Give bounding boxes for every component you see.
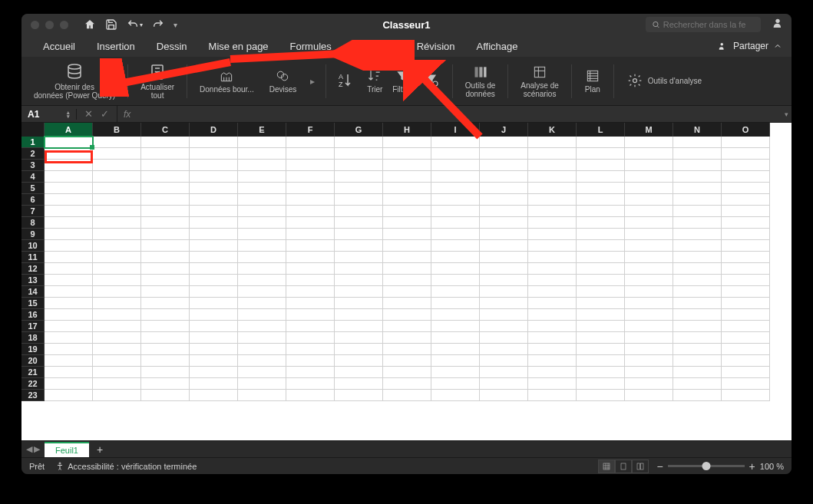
cell[interactable] xyxy=(480,286,528,298)
sort-az-button[interactable]: AZ xyxy=(332,58,360,104)
zoom-slider-thumb[interactable] xyxy=(702,462,710,470)
column-header[interactable]: M xyxy=(625,123,673,137)
row-header[interactable]: 18 xyxy=(21,332,45,344)
cell[interactable] xyxy=(577,240,625,252)
cell[interactable] xyxy=(45,390,93,401)
cell[interactable] xyxy=(286,344,335,355)
refresh-all-button[interactable]: Actualiser tout xyxy=(134,58,180,104)
cell[interactable] xyxy=(190,263,238,275)
tab-formules[interactable]: Formules xyxy=(279,37,342,56)
accessibility-status[interactable]: Accessibilité : vérification terminée xyxy=(55,462,197,471)
cell[interactable] xyxy=(625,171,673,183)
cell[interactable] xyxy=(625,160,673,171)
row-header[interactable]: 9 xyxy=(21,229,45,240)
cell[interactable] xyxy=(722,332,770,344)
cell[interactable] xyxy=(190,229,238,240)
cell[interactable] xyxy=(238,309,286,321)
cell[interactable] xyxy=(45,298,93,309)
cell[interactable] xyxy=(673,148,722,160)
cell[interactable] xyxy=(673,390,722,401)
cell[interactable] xyxy=(45,229,93,240)
cell[interactable] xyxy=(141,148,190,160)
cell[interactable] xyxy=(335,367,383,378)
cell[interactable] xyxy=(577,194,625,206)
cell[interactable] xyxy=(673,206,722,217)
analysis-tools-button[interactable]: Outils d'analyse xyxy=(620,58,708,104)
name-box[interactable]: A1 ▴▾ xyxy=(21,109,77,120)
cell[interactable] xyxy=(625,194,673,206)
column-header[interactable]: E xyxy=(238,123,286,137)
cell[interactable] xyxy=(190,344,238,355)
sheet-next-icon[interactable]: ▶ xyxy=(34,444,40,454)
home-icon[interactable] xyxy=(84,18,96,31)
get-data-button[interactable]: Obtenir des données (Power Query) xyxy=(28,58,121,104)
cell[interactable] xyxy=(528,148,577,160)
cell[interactable] xyxy=(577,309,625,321)
cell[interactable] xyxy=(480,321,528,332)
cell[interactable] xyxy=(625,298,673,309)
cell[interactable] xyxy=(528,171,577,183)
cell[interactable] xyxy=(383,367,431,378)
cell[interactable] xyxy=(93,240,141,252)
tab-insertion[interactable]: Insertion xyxy=(86,37,146,56)
data-types-more-icon[interactable]: ▸ xyxy=(306,76,319,87)
cell[interactable] xyxy=(431,206,480,217)
cell[interactable] xyxy=(45,286,93,298)
cell[interactable] xyxy=(335,160,383,171)
column-header[interactable]: H xyxy=(383,123,431,137)
cell[interactable] xyxy=(480,309,528,321)
cell[interactable] xyxy=(93,332,141,344)
row-header[interactable]: 5 xyxy=(21,183,45,194)
cell[interactable] xyxy=(335,263,383,275)
cell[interactable] xyxy=(286,160,335,171)
cell[interactable] xyxy=(190,378,238,390)
search-box[interactable] xyxy=(646,17,761,32)
cell[interactable] xyxy=(722,298,770,309)
tab-revision[interactable]: Révision xyxy=(406,37,466,56)
cell[interactable] xyxy=(286,240,335,252)
column-header[interactable]: K xyxy=(528,123,577,137)
cell[interactable] xyxy=(722,171,770,183)
cell[interactable] xyxy=(480,378,528,390)
column-header[interactable]: F xyxy=(286,123,335,137)
cell[interactable] xyxy=(286,252,335,263)
row-header[interactable]: 8 xyxy=(21,217,45,229)
row-header[interactable]: 16 xyxy=(21,309,45,321)
cell[interactable] xyxy=(577,229,625,240)
cell[interactable] xyxy=(93,355,141,367)
cell[interactable] xyxy=(190,309,238,321)
cell[interactable] xyxy=(93,309,141,321)
cell[interactable] xyxy=(93,183,141,194)
cell[interactable] xyxy=(577,137,625,148)
cell[interactable] xyxy=(625,378,673,390)
name-box-dropdown-icon[interactable]: ▴▾ xyxy=(67,110,70,118)
cell[interactable] xyxy=(286,286,335,298)
minimize-dot[interactable] xyxy=(45,21,54,29)
cell[interactable] xyxy=(528,309,577,321)
data-tools-button[interactable]: Outils de données xyxy=(459,58,501,104)
cell[interactable] xyxy=(190,367,238,378)
cell[interactable] xyxy=(431,229,480,240)
cell[interactable] xyxy=(335,252,383,263)
cell[interactable] xyxy=(480,194,528,206)
cell[interactable] xyxy=(93,298,141,309)
cell[interactable] xyxy=(431,252,480,263)
cell[interactable] xyxy=(722,378,770,390)
cell[interactable] xyxy=(286,309,335,321)
page-layout-view-button[interactable] xyxy=(615,460,632,473)
cell[interactable] xyxy=(722,367,770,378)
cell[interactable] xyxy=(45,194,93,206)
cell[interactable] xyxy=(577,367,625,378)
cell[interactable] xyxy=(528,332,577,344)
cell[interactable] xyxy=(625,275,673,286)
cell[interactable] xyxy=(335,355,383,367)
cell[interactable] xyxy=(528,367,577,378)
row-header[interactable]: 20 xyxy=(21,355,45,367)
cell[interactable] xyxy=(722,217,770,229)
cell[interactable] xyxy=(383,355,431,367)
cell[interactable] xyxy=(45,367,93,378)
cell[interactable] xyxy=(431,160,480,171)
zoom-out-button[interactable]: − xyxy=(656,460,663,473)
cell[interactable] xyxy=(93,217,141,229)
cell[interactable] xyxy=(93,286,141,298)
